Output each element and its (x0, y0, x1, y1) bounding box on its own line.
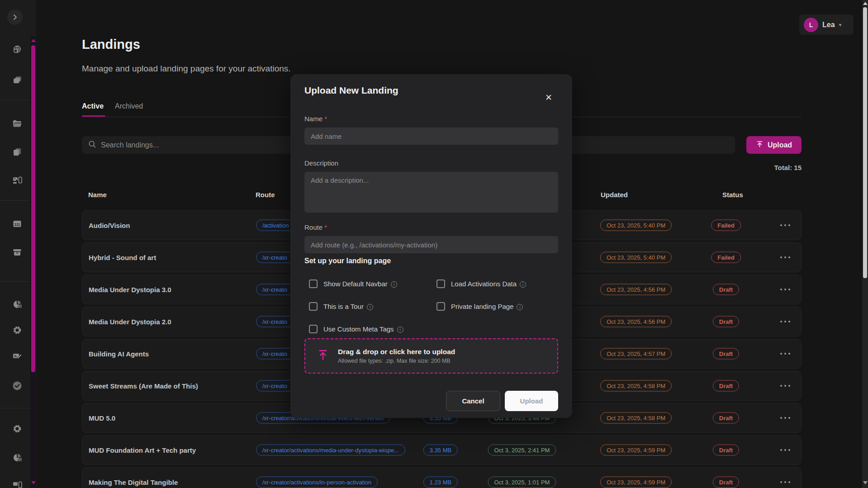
sidebar-scrollbar-thumb[interactable] (31, 45, 35, 372)
cancel-button[interactable]: Cancel (446, 391, 500, 411)
gear-icon[interactable] (12, 325, 23, 336)
sidebar (0, 0, 36, 488)
scroll-up-icon[interactable] (863, 2, 868, 5)
info-icon[interactable]: i (517, 304, 523, 310)
scroll-down-icon[interactable] (31, 481, 36, 484)
row-name: Building AI Agents (89, 350, 149, 358)
upload-icon (317, 349, 329, 363)
checkbox-this-is-a-tour[interactable]: This is a Touri (309, 295, 436, 317)
more-options-icon[interactable] (779, 446, 791, 454)
row-name: Making The Digital Tangible (89, 479, 178, 486)
total-count: Total: 15 (711, 164, 802, 171)
more-options-icon[interactable] (779, 479, 791, 486)
more-options-icon[interactable] (779, 350, 791, 357)
app: L Lea ▾ Landings Manage and upload landi… (0, 0, 868, 488)
archive-icon[interactable] (12, 247, 23, 258)
row-name: Hybrid - Sound of art (89, 254, 156, 261)
route-label: Route * (304, 223, 327, 231)
row-name: Audio/Vision (89, 222, 130, 229)
checkbox[interactable] (436, 302, 445, 311)
upload-button[interactable]: Upload (746, 136, 802, 154)
column-header-name: Name (88, 191, 107, 199)
checkbox-load-activations-data[interactable]: Load Activations Datai (436, 272, 564, 295)
pie-chart-icon[interactable] (12, 452, 23, 463)
checkbox-show-default-navbar[interactable]: Show Default Navbari (309, 272, 436, 295)
search-icon (88, 140, 96, 150)
globe-search-icon[interactable] (12, 44, 23, 55)
checkbox-use-custom-meta-tags[interactable]: Use Custom Meta Tagsi (309, 317, 436, 340)
check-circle-icon[interactable] (12, 380, 23, 391)
media-device-icon[interactable] (12, 480, 23, 488)
name-field[interactable] (304, 128, 558, 145)
required-asterisk: * (324, 115, 327, 123)
more-options-icon[interactable] (779, 222, 791, 229)
media-device-icon[interactable] (12, 175, 23, 186)
copy-icon[interactable] (12, 147, 23, 157)
info-icon[interactable]: i (397, 327, 403, 333)
status-badge: Failed (711, 252, 741, 263)
upload-button-label: Upload (768, 141, 792, 149)
checkbox-private-landing-page[interactable]: Private landing Pagei (436, 295, 564, 317)
required-asterisk: * (324, 223, 327, 231)
page-scrollbar-thumb[interactable] (863, 7, 867, 278)
calendar-icon[interactable] (12, 218, 23, 229)
description-field[interactable] (304, 172, 558, 213)
close-icon[interactable]: ✕ (543, 91, 555, 103)
route-field[interactable] (304, 236, 558, 253)
updated-chip: Oct 23, 2025, 5:40 PM (600, 220, 672, 231)
row-name: Media Under Dystopia 2.0 (89, 318, 171, 326)
updated-chip: Oct 23, 2025, 4:56 PM (600, 316, 672, 327)
checkbox[interactable] (309, 325, 318, 333)
description-label: Description (304, 159, 338, 167)
chevron-right-icon (9, 12, 20, 23)
card-edit-icon[interactable] (12, 351, 23, 361)
created-chip: Oct 3, 2025, 2:41 PM (488, 445, 556, 456)
user-name: Lea (822, 21, 835, 29)
status-badge: Failed (711, 220, 741, 231)
more-options-icon[interactable] (779, 286, 791, 293)
sidebar-divider (0, 100, 30, 100)
status-badge: Draft (713, 316, 739, 327)
route-chip[interactable]: /xr-creator/activations/in-person-activa… (256, 477, 378, 488)
table-row: MUD Foundation Art + Tech party /xr-crea… (82, 435, 802, 465)
tab-archived[interactable]: Archived (115, 102, 143, 110)
sidebar-expand-button[interactable] (7, 9, 23, 25)
row-name: MUD 5.0 (89, 414, 115, 422)
scroll-down-icon[interactable] (863, 481, 868, 484)
checkbox[interactable] (436, 280, 445, 288)
status-badge: Draft (713, 284, 739, 295)
setup-heading: Set up your landing page (304, 257, 391, 265)
file-dropzone[interactable]: Drag & drop or click here to upload Allo… (304, 338, 558, 374)
options-grid: Show Default Navbari Load Activations Da… (309, 272, 562, 340)
more-options-icon[interactable] (779, 254, 791, 261)
more-options-icon[interactable] (779, 414, 791, 422)
status-badge: Draft (713, 445, 739, 456)
folder-icon[interactable] (12, 118, 23, 129)
avatar: L (804, 18, 818, 32)
checkbox[interactable] (309, 302, 318, 311)
user-menu[interactable]: L Lea ▾ (799, 14, 854, 35)
page-subtitle: Manage and upload landing pages for your… (82, 64, 291, 74)
more-options-icon[interactable] (779, 382, 791, 389)
gear-icon[interactable] (12, 423, 23, 434)
table-row: Making The Digital Tangible /xr-creator/… (82, 467, 802, 488)
info-icon[interactable]: i (391, 281, 397, 288)
chevron-down-icon: ▾ (839, 22, 842, 28)
more-options-icon[interactable] (779, 318, 791, 325)
sidebar-divider (0, 281, 30, 282)
modal-upload-button[interactable]: Upload (505, 391, 558, 411)
row-name: Sweet Streams (Are Made of This) (89, 382, 198, 390)
updated-chip: Oct 23, 2025, 4:56 PM (600, 284, 672, 295)
info-icon[interactable]: i (520, 281, 526, 288)
checkbox[interactable] (309, 280, 318, 288)
scroll-up-icon[interactable] (31, 39, 36, 42)
page-title: Landings (82, 37, 140, 52)
size-chip: 1.23 MB (423, 477, 458, 488)
layers-icon[interactable] (12, 75, 23, 85)
row-name: Media Under Dystopia 3.0 (89, 286, 171, 294)
route-chip[interactable]: /xr-creator/activations/media-under-dyst… (256, 445, 405, 456)
status-badge: Draft (713, 348, 739, 360)
info-icon[interactable]: i (367, 304, 373, 310)
pie-chart-icon[interactable] (12, 299, 23, 310)
tab-active[interactable]: Active (82, 102, 104, 110)
